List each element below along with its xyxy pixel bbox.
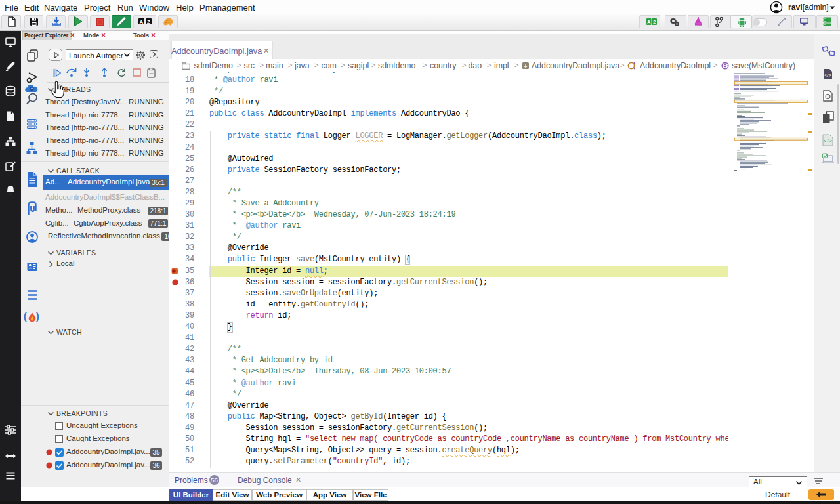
svg-text:2: 2 xyxy=(653,20,656,24)
svg-text:Z: Z xyxy=(147,19,150,25)
svg-text:A: A xyxy=(140,19,144,25)
svg-text:</>: </> xyxy=(824,74,832,78)
svg-text:A: A xyxy=(647,20,650,24)
svg-text:</>: </> xyxy=(824,138,832,144)
